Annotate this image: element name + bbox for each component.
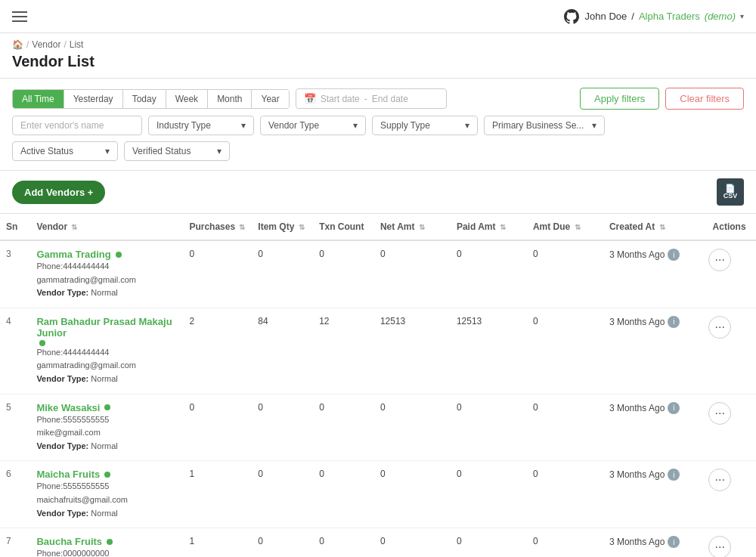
cell-paid-amt: 0 [451,528,527,557]
breadcrumb-sep2: / [64,39,66,50]
actions-button[interactable]: ··· [708,316,731,339]
cell-net-amt: 0 [374,528,451,557]
th-paid-amt[interactable]: Paid Amt ⇅ [451,214,527,240]
created-at-text: 3 Months Ago [609,403,665,413]
cell-txn-count: 0 [313,461,374,528]
vendor-info: Phone:5555555555maichafruits@gmail.comVe… [36,480,177,520]
cell-txn-count: 0 [313,528,374,557]
add-vendors-button[interactable]: Add Vendors + [12,181,105,204]
vendor-info: Phone:4444444444gammatrading@gmail.comVe… [36,346,177,386]
table-row: 4Ram Bahadur Prasad Makaju JuniorPhone:4… [0,308,756,394]
breadcrumb-home[interactable]: 🏠 [12,39,23,50]
time-btn-today[interactable]: Today [123,90,166,108]
table-row: 5Mike WasaksiPhone:5555555555mike@gmail.… [0,394,756,461]
cell-item-qty: 0 [252,394,313,461]
vendor-name[interactable]: Gamma Trading [36,249,110,260]
cell-net-amt: 12513 [374,308,451,394]
vendor-name[interactable]: Baucha Fruits [36,536,102,547]
vendor-type-chevron: ▾ [353,120,358,131]
vendor-name-input[interactable] [12,116,142,135]
netamt-sort-icon: ⇅ [419,223,425,231]
th-actions: Actions [702,214,756,240]
th-item-qty[interactable]: Item Qty ⇅ [252,214,313,240]
th-net-amt[interactable]: Net Amt ⇅ [374,214,451,240]
cell-actions: ··· [702,308,756,394]
breadcrumb-list: List [70,39,84,50]
time-btn-month[interactable]: Month [208,90,252,108]
filters-section: All Time Yesterday Today Week Month Year… [0,79,756,171]
info-icon[interactable]: i [668,316,680,328]
breadcrumb-sep1: / [26,39,29,50]
status-dot [107,539,113,545]
info-icon[interactable]: i [668,469,680,481]
created-at-text: 3 Months Ago [609,469,665,480]
cell-sn: 5 [0,394,30,461]
table-row: 6Maicha FruitsPhone:5555555555maichafrui… [0,461,756,528]
cell-sn: 4 [0,308,30,394]
actions-button[interactable]: ··· [708,469,731,491]
vendor-name[interactable]: Ram Bahadur Prasad Makaju Junior [36,316,177,339]
cell-actions: ··· [702,394,756,461]
cell-txn-count: 0 [313,240,374,308]
paidamt-sort-icon: ⇅ [500,223,506,231]
vendor-sort-icon: ⇅ [71,223,77,231]
th-created-at[interactable]: Created At ⇅ [603,214,702,240]
time-btn-yesterday[interactable]: Yesterday [64,90,123,108]
cell-actions: ··· [702,240,756,308]
cell-item-qty: 84 [252,308,313,394]
status-dot [104,404,110,410]
breadcrumb-vendor[interactable]: Vendor [32,39,60,50]
info-icon[interactable]: i [668,402,680,414]
cell-vendor: Mike WasaksiPhone:5555555555mike@gmail.c… [30,394,183,461]
supply-type-select[interactable]: Supply Type ▾ [372,116,478,135]
industry-type-label: Industry Type [156,120,211,131]
cell-actions: ··· [702,528,756,557]
table-header: Sn Vendor ⇅ Purchases ⇅ Item Qty ⇅ Txn C… [0,214,756,240]
info-icon[interactable]: i [668,249,680,261]
cell-purchases: 1 [183,461,252,528]
th-purchases[interactable]: Purchases ⇅ [183,214,252,240]
active-status-chevron: ▾ [105,146,110,156]
th-vendor[interactable]: Vendor ⇅ [30,214,183,240]
cell-amt-due: 0 [527,240,603,308]
created-at-text: 3 Months Ago [609,317,665,327]
date-range-input[interactable]: 📅 Start date - End date [296,88,447,109]
hamburger-menu[interactable] [12,11,27,22]
info-icon[interactable]: i [668,536,680,548]
th-amt-due[interactable]: Amt Due ⇅ [527,214,603,240]
time-btn-year[interactable]: Year [252,90,288,108]
vendor-info: Phone:5555555555mike@gmail.comVendor Typ… [36,413,177,453]
industry-type-select[interactable]: Industry Type ▾ [148,116,254,135]
table-row: 3Gamma TradingPhone:4444444444gammatradi… [0,240,756,308]
vendor-type-select[interactable]: Vendor Type ▾ [260,116,366,135]
vendor-name[interactable]: Maicha Fruits [36,469,100,480]
primary-business-select[interactable]: Primary Business Se... ▾ [484,116,605,135]
time-btn-week[interactable]: Week [166,90,208,108]
cell-created-at: 3 Months Agoi [603,394,702,461]
time-btn-alltime[interactable]: All Time [13,90,64,108]
active-status-select[interactable]: Active Status ▾ [12,141,118,161]
csv-icon-label: 📄 [725,184,736,193]
supply-type-label: Supply Type [380,120,430,131]
cell-net-amt: 0 [374,461,451,528]
primary-business-label: Primary Business Se... [492,120,584,131]
apply-filters-button[interactable]: Apply filters [580,88,659,110]
navbar: John Doe / Alpha Traders (demo) ▾ [0,0,756,33]
user-dropdown-icon[interactable]: ▾ [740,12,744,20]
calendar-icon: 📅 [304,93,316,104]
verified-status-label: Verified Status [132,146,191,156]
clear-filters-button[interactable]: Clear filters [665,88,744,110]
vendor-name[interactable]: Mike Wasaksi [36,402,100,413]
verified-status-select[interactable]: Verified Status ▾ [124,141,230,161]
cell-amt-due: 0 [527,308,603,394]
cell-sn: 3 [0,240,30,308]
user-name: John Doe [585,11,627,22]
industry-type-chevron: ▾ [241,120,246,131]
csv-export-button[interactable]: 📄 CSV [717,178,744,206]
th-sn: Sn [0,214,30,240]
actions-button[interactable]: ··· [708,249,731,271]
cell-vendor: Maicha FruitsPhone:5555555555maichafruit… [30,461,183,528]
vendor-info: Phone:4444444444gammatrading@gmail.comVe… [36,260,177,300]
actions-button[interactable]: ··· [708,402,731,425]
actions-button[interactable]: ··· [708,536,731,557]
